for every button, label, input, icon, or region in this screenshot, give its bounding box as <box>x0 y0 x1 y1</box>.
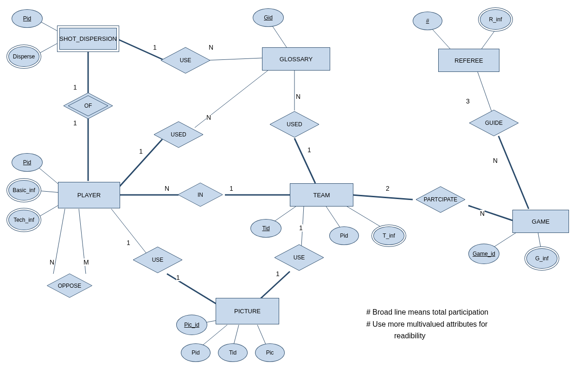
attr-label: G_inf <box>535 255 549 262</box>
entity-game: GAME <box>512 210 569 233</box>
attr-t-tid: Tid <box>250 219 281 238</box>
svg-marker-45 <box>275 245 324 271</box>
svg-line-22 <box>195 70 269 128</box>
attr-t-inf: T_inf <box>373 226 404 245</box>
attr-pic-id: Pic_id <box>176 315 207 335</box>
rel-in: IN <box>177 182 224 207</box>
card-oppose-left: N <box>50 258 54 266</box>
rel-use-player-picture: USE <box>132 246 183 274</box>
svg-line-35 <box>478 72 492 111</box>
attr-label: Tech_inf <box>13 217 34 223</box>
attr-p-tech: Tech_inf <box>8 210 39 230</box>
attr-label: Tid <box>262 225 269 232</box>
svg-marker-40 <box>154 122 203 148</box>
attr-g-gid: Gid <box>253 8 284 27</box>
card-use3-top: 1 <box>299 224 303 232</box>
rel-use-team-picture: USE <box>274 244 325 271</box>
card-use2-bottom: 1 <box>176 274 180 281</box>
attr-label: Pic <box>266 349 274 356</box>
svg-line-18 <box>206 58 262 60</box>
card-in-left: N <box>165 185 169 192</box>
svg-line-36 <box>499 136 529 209</box>
attr-t-pid: Pid <box>329 226 359 245</box>
svg-line-32 <box>260 271 290 299</box>
entity-picture: PICTURE <box>216 298 279 324</box>
notes: # Broad line means total participation #… <box>366 306 570 342</box>
entity-label: PLAYER <box>77 192 101 199</box>
note-line: # Broad line means total participation <box>366 306 570 318</box>
svg-line-17 <box>118 39 165 60</box>
entity-label: GAME <box>532 218 550 225</box>
entity-label: REFEREE <box>454 57 483 64</box>
rel-used-team-glossary: USED <box>269 110 320 138</box>
entity-label: PICTURE <box>234 308 261 315</box>
attr-sd-disperse: Disperse <box>8 46 39 67</box>
card-of-bottom: 1 <box>73 119 77 127</box>
rel-participate: PARTCIPATE <box>406 186 475 213</box>
card-used2-top: N <box>296 93 300 100</box>
entity-shot-dispersion: SHOT_DISPERSION <box>57 26 119 52</box>
card-part-right: N <box>480 210 485 217</box>
attr-label: Pid <box>340 232 348 239</box>
note-line: readibility <box>366 330 570 342</box>
attr-label: # <box>426 18 429 24</box>
rel-guide: GUIDE <box>461 109 526 137</box>
entity-glossary: GLOSSARY <box>262 47 330 71</box>
card-guide-top: 3 <box>466 97 470 105</box>
attr-sd-pid: Pid <box>12 9 43 28</box>
card-used1-left: 1 <box>139 148 143 155</box>
attr-p-pid: Pid <box>12 153 43 172</box>
attr-label: Pid <box>192 349 199 356</box>
attr-pic-pid: Pid <box>181 343 211 362</box>
svg-marker-46 <box>416 187 465 213</box>
svg-line-33 <box>352 195 413 200</box>
svg-marker-38 <box>64 93 113 119</box>
entity-referee: REFEREE <box>438 49 499 72</box>
attr-label: Tid <box>229 349 236 356</box>
svg-marker-42 <box>178 183 223 207</box>
entity-label: SHOT_DISPERSION <box>59 35 117 42</box>
attr-pic-tid: Tid <box>218 343 248 362</box>
attr-label: Basic_inf <box>13 187 35 194</box>
card-guide-bottom: N <box>493 157 498 164</box>
svg-line-30 <box>167 274 220 306</box>
card-part-left: 2 <box>386 185 390 192</box>
rel-of: OF <box>63 92 114 120</box>
attr-label: Disperse <box>13 53 35 60</box>
attr-pic-pic: Pic <box>255 343 285 362</box>
attr-label: Pic_id <box>184 322 199 328</box>
svg-line-24 <box>294 138 315 183</box>
attr-label: Game_id <box>473 251 495 257</box>
attr-r-hash: # <box>413 12 442 30</box>
card-in-right: 1 <box>230 185 233 192</box>
attr-label: R_inf <box>489 16 502 23</box>
card-of-top: 1 <box>73 84 77 91</box>
attr-label: Gid <box>264 14 273 21</box>
note-line: # Use more multivalued attributes for <box>366 318 570 330</box>
svg-marker-43 <box>47 274 92 297</box>
svg-marker-37 <box>161 47 210 73</box>
attr-gm-id: Game_id <box>468 244 499 264</box>
entity-label: GLOSSARY <box>280 56 313 63</box>
attr-label: T_inf <box>383 232 395 239</box>
attr-p-basic: Basic_inf <box>8 180 39 200</box>
rel-used-player-glossary: USED <box>153 121 204 148</box>
attr-r-inf: R_inf <box>480 9 511 30</box>
svg-line-27 <box>53 209 65 274</box>
card-use1-right: N <box>209 44 213 51</box>
svg-marker-47 <box>469 110 518 136</box>
rel-oppose: OPPOSE <box>35 273 104 298</box>
attr-gm-inf: G_inf <box>526 248 557 269</box>
entity-team: TEAM <box>290 183 353 207</box>
card-use2-top: 1 <box>127 239 130 246</box>
card-used1-right: N <box>206 114 211 121</box>
entity-label: TEAM <box>313 192 330 199</box>
rel-use-sd-glossary: USE <box>160 46 211 74</box>
attr-label: Pid <box>23 15 31 22</box>
attr-label: Pid <box>23 159 31 166</box>
er-diagram-canvas: SHOT_DISPERSION GLOSSARY REFEREE PLAYER … <box>0 0 588 368</box>
svg-marker-44 <box>133 247 182 273</box>
card-use1-left: 1 <box>153 44 157 51</box>
card-used2-bottom: 1 <box>307 146 311 154</box>
svg-marker-41 <box>270 111 319 137</box>
